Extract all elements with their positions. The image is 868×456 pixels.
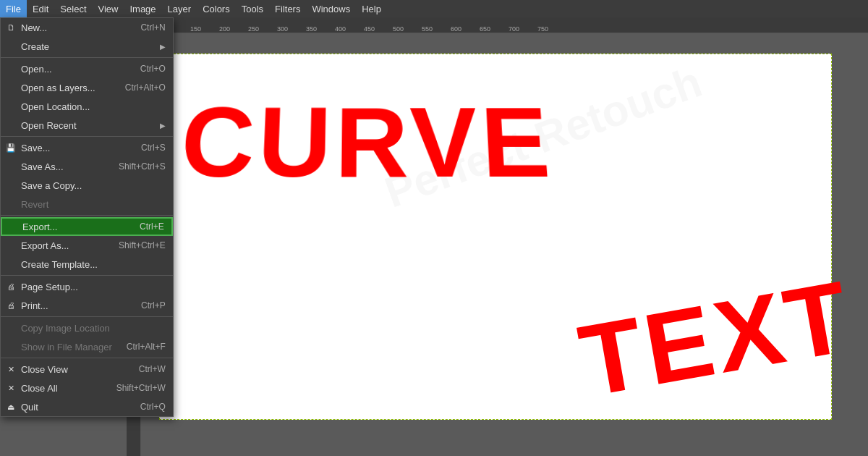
menu-colors[interactable]: Colors — [197, 0, 236, 17]
menu-select[interactable]: Select — [54, 0, 92, 17]
menu-help[interactable]: Help — [356, 0, 387, 17]
ruler-top: 50 100 150 200 250 300 350 400 450 500 5… — [127, 17, 868, 33]
menu-item-create-template[interactable]: Create Template... — [1, 255, 173, 274]
menu-item-save-as[interactable]: Save As... Shift+Ctrl+S — [1, 157, 173, 176]
menu-view[interactable]: View — [93, 0, 124, 17]
menu-item-open-location[interactable]: Open Location... — [1, 97, 173, 116]
canvas-curve-text: CURVE — [177, 85, 557, 201]
menu-item-show-file-manager: Show in File Manager Ctrl+Alt+F — [1, 337, 173, 356]
close-view-icon: ✕ — [5, 365, 17, 374]
menu-item-open-recent[interactable]: Open Recent ▶ — [1, 116, 173, 135]
menu-item-print[interactable]: 🖨 Print... Ctrl+P — [1, 296, 173, 315]
menubar: File Edit Select View Image Layer Colors… — [0, 0, 868, 17]
menu-item-open-layers[interactable]: Open as Layers... Ctrl+Alt+O — [1, 78, 173, 97]
white-canvas: Perfect Retouch CURVE TEXT — [159, 54, 832, 420]
menu-item-save[interactable]: 💾 Save... Ctrl+S — [1, 138, 173, 157]
menu-file[interactable]: File — [0, 0, 27, 17]
separator-5 — [1, 316, 173, 317]
menu-item-copy-location: Copy Image Location — [1, 318, 173, 337]
separator-4 — [1, 275, 173, 276]
menu-image[interactable]: Image — [124, 0, 161, 17]
menu-layer[interactable]: Layer — [162, 0, 197, 17]
menu-windows[interactable]: Windows — [306, 0, 356, 17]
separator-3 — [1, 215, 173, 216]
page-setup-icon: 🖨 — [5, 282, 17, 291]
menu-item-close-view[interactable]: ✕ Close View Ctrl+W — [1, 360, 173, 379]
menu-item-quit[interactable]: ⏏ Quit Ctrl+Q — [1, 397, 173, 416]
menu-item-export-as[interactable]: Export As... Shift+Ctrl+E — [1, 236, 173, 255]
menu-item-close-all[interactable]: ✕ Close All Shift+Ctrl+W — [1, 379, 173, 397]
canvas-body-text: TEXT — [571, 257, 861, 420]
new-icon: 🗋 — [5, 23, 17, 32]
separator-2 — [1, 136, 173, 137]
menu-tools[interactable]: Tools — [236, 0, 269, 17]
menu-filters[interactable]: Filters — [269, 0, 306, 17]
save-icon: 💾 — [5, 143, 17, 153]
arrow-icon-recent: ▶ — [160, 122, 166, 130]
menu-item-revert: Revert — [1, 195, 173, 214]
close-all-icon: ✕ — [5, 384, 17, 393]
menu-item-new[interactable]: 🗋 New... Ctrl+N — [1, 18, 173, 37]
menu-item-create[interactable]: Create ▶ — [1, 37, 173, 56]
menu-item-page-setup[interactable]: 🖨 Page Setup... — [1, 277, 173, 296]
menu-edit[interactable]: Edit — [27, 0, 54, 17]
menu-item-export[interactable]: Export... Ctrl+E — [1, 217, 173, 236]
menu-item-open[interactable]: Open... Ctrl+O — [1, 59, 173, 78]
menu-item-save-copy[interactable]: Save a Copy... — [1, 176, 173, 195]
ruler-marks-top: 50 100 150 200 250 300 350 400 450 500 5… — [127, 17, 564, 33]
quit-icon: ⏏ — [5, 402, 17, 412]
arrow-icon: ▶ — [160, 43, 166, 51]
separator-6 — [1, 358, 173, 358]
separator-1 — [1, 57, 173, 58]
file-dropdown: 🗋 New... Ctrl+N Create ▶ Open... Ctrl+O … — [0, 17, 174, 417]
print-icon: 🖨 — [5, 301, 17, 310]
